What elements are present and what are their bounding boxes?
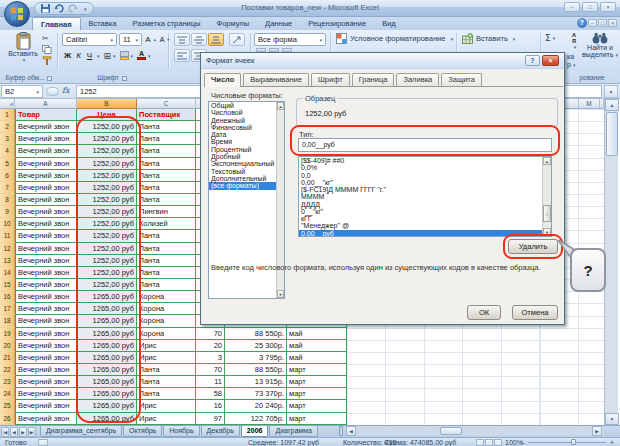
borders-dropdown-icon[interactable]: ▾ bbox=[113, 53, 116, 59]
cell-product[interactable]: Вечерний звон bbox=[15, 413, 77, 425]
row-header[interactable]: 23 bbox=[0, 376, 15, 388]
vertical-scrollbar[interactable]: ▲ ▼ bbox=[604, 99, 618, 425]
macro-record-icon[interactable] bbox=[38, 439, 48, 446]
format-category[interactable]: Дробный bbox=[209, 153, 284, 160]
normal-view-icon[interactable] bbox=[476, 439, 484, 446]
qat-dropdown-icon[interactable]: ▾ bbox=[84, 6, 87, 12]
cell-price[interactable]: 1252,00 руб bbox=[77, 145, 137, 157]
page-break-view-icon[interactable] bbox=[494, 439, 502, 446]
italic-button[interactable]: К bbox=[73, 49, 84, 62]
cell-month[interactable]: май bbox=[287, 340, 347, 352]
ok-button[interactable]: ОК bbox=[467, 305, 501, 320]
format-code[interactable]: 0__"кг" bbox=[299, 208, 551, 215]
row-header[interactable]: 12 bbox=[0, 243, 15, 255]
ribbon-tab[interactable]: Главная bbox=[32, 17, 81, 30]
cell-qty[interactable]: 97 bbox=[196, 413, 225, 425]
row-header[interactable]: 6 bbox=[0, 170, 15, 182]
save-icon[interactable] bbox=[41, 4, 50, 13]
cell-product[interactable]: Вечерний звон bbox=[15, 255, 77, 267]
format-category[interactable]: (все форматы) bbox=[209, 182, 284, 189]
format-code[interactable]: 0,00__руб bbox=[299, 230, 551, 237]
zoom-slider-track[interactable] bbox=[528, 442, 606, 443]
row-header[interactable]: 18 bbox=[0, 315, 15, 327]
find-select-button[interactable]: Найти и выделить▾ bbox=[582, 32, 618, 58]
cell-supplier[interactable]: Ланта bbox=[137, 255, 196, 267]
font-name-select[interactable]: Calibri▾ bbox=[62, 33, 117, 46]
row-header[interactable]: 9 bbox=[0, 206, 15, 218]
doc-minimize-icon[interactable]: – bbox=[588, 19, 597, 27]
format-code[interactable]: 0,0% bbox=[299, 164, 551, 171]
cell-total[interactable]: 73 370р. bbox=[225, 388, 287, 400]
close-icon[interactable]: × bbox=[600, 2, 616, 12]
row-header[interactable]: 4 bbox=[0, 145, 15, 157]
cell-price[interactable]: 1265,00 руб bbox=[77, 413, 137, 425]
cell-price[interactable]: 1265,00 руб bbox=[77, 352, 137, 364]
row-header[interactable]: 14 bbox=[0, 267, 15, 279]
cancel-button[interactable]: Отмена bbox=[512, 305, 558, 320]
align-top-button[interactable] bbox=[174, 33, 190, 46]
horizontal-scroll-thumb[interactable] bbox=[440, 427, 462, 435]
header-supplier[interactable]: Поставщик bbox=[137, 109, 196, 121]
cell-supplier[interactable]: Ланта bbox=[137, 182, 196, 194]
cell-product[interactable]: Вечерний звон bbox=[15, 400, 77, 412]
format-category[interactable]: Общий bbox=[209, 102, 284, 109]
grow-font-button[interactable]: А▲ bbox=[145, 33, 157, 46]
page-layout-view-icon[interactable] bbox=[485, 439, 493, 446]
dialog-tab[interactable]: Выравнивание bbox=[243, 73, 309, 86]
sheet-tab[interactable]: Ноябрь bbox=[163, 426, 199, 437]
last-sheet-icon[interactable]: ▶| bbox=[28, 427, 36, 437]
insert-function-icon[interactable]: fx bbox=[62, 86, 69, 95]
cell-price[interactable]: 1252,00 руб bbox=[77, 255, 137, 267]
cell-qty[interactable]: 20 bbox=[196, 340, 225, 352]
codes-list-scrollbar[interactable]: ▲ ≡ ▼ bbox=[542, 157, 551, 236]
cell-supplier[interactable]: Ирис bbox=[137, 352, 196, 364]
format-code[interactable]: 0,0 bbox=[299, 172, 551, 179]
cell-month[interactable]: март bbox=[287, 388, 347, 400]
cell-supplier[interactable]: Корона bbox=[137, 291, 196, 303]
cell-supplier[interactable]: Корона bbox=[137, 303, 196, 315]
cell-qty[interactable]: 11 bbox=[196, 376, 225, 388]
format-painter-icon[interactable] bbox=[42, 56, 52, 65]
row-header[interactable]: 8 bbox=[0, 194, 15, 206]
cell-price[interactable]: 1265,00 руб bbox=[77, 315, 137, 327]
cell-product[interactable]: Вечерний звон bbox=[15, 376, 77, 388]
format-category[interactable]: Числовой bbox=[209, 109, 284, 116]
cell-price[interactable]: 1252,00 руб bbox=[77, 230, 137, 242]
cell-product[interactable]: Вечерний звон bbox=[15, 182, 77, 194]
font-size-select[interactable]: 11▾ bbox=[119, 33, 142, 46]
row-header[interactable]: 15 bbox=[0, 279, 15, 291]
cell-product[interactable]: Вечерний звон bbox=[15, 279, 77, 291]
vertical-scroll-thumb[interactable] bbox=[606, 112, 618, 156]
dialog-tab[interactable]: Шрифт bbox=[311, 73, 350, 86]
zoom-slider-thumb[interactable] bbox=[571, 439, 576, 445]
cell-total[interactable]: 122 705р. bbox=[225, 413, 287, 425]
doc-close-icon[interactable]: × bbox=[608, 19, 617, 27]
underline-button[interactable]: Ч bbox=[84, 49, 95, 62]
cell-price[interactable]: 1252,00 руб bbox=[77, 243, 137, 255]
cell-supplier[interactable]: Ланта bbox=[137, 121, 196, 133]
cell-product[interactable]: Вечерний звон bbox=[15, 158, 77, 170]
row-header[interactable]: 11 bbox=[0, 230, 15, 242]
align-bottom-button[interactable] bbox=[208, 33, 224, 46]
autosum-button[interactable]: Σ ▾ bbox=[545, 33, 555, 43]
format-category[interactable]: Время bbox=[209, 138, 284, 145]
cell-supplier[interactable]: Ланта bbox=[137, 194, 196, 206]
copy-icon[interactable] bbox=[42, 45, 52, 54]
redo-icon[interactable] bbox=[68, 4, 78, 13]
codes-scroll-up-icon[interactable]: ▲ bbox=[543, 157, 551, 165]
horizontal-scrollbar[interactable]: ◀ ▶ bbox=[346, 426, 604, 436]
align-middle-button[interactable] bbox=[191, 33, 207, 46]
cell-qty[interactable]: 16 bbox=[196, 400, 225, 412]
cell-month[interactable]: март bbox=[287, 413, 347, 425]
column-header-c[interactable]: C bbox=[137, 99, 196, 109]
row-header[interactable]: 7 bbox=[0, 182, 15, 194]
next-sheet-icon[interactable]: ▶ bbox=[19, 427, 27, 437]
cell-month[interactable]: март bbox=[287, 376, 347, 388]
cell-supplier[interactable]: Ланта bbox=[137, 364, 196, 376]
format-category[interactable]: Процентный bbox=[209, 146, 284, 153]
sheet-tab[interactable]: Диаграмма bbox=[269, 426, 317, 437]
row-header[interactable]: 5 bbox=[0, 158, 15, 170]
office-button[interactable] bbox=[4, 1, 30, 27]
cell-month[interactable]: май bbox=[287, 328, 347, 340]
cell-price[interactable]: 1252,00 руб bbox=[77, 218, 137, 230]
